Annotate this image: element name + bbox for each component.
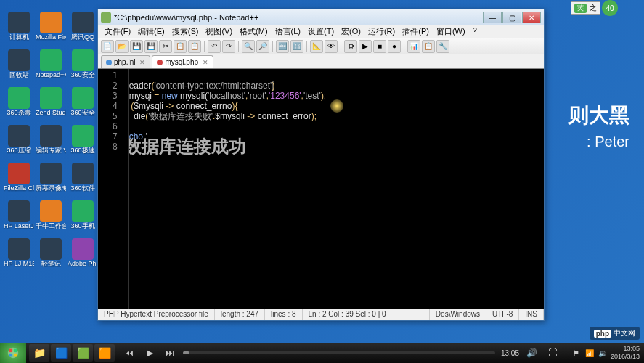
toolbar-button[interactable]: 🔡 <box>290 40 303 53</box>
app-icon <box>40 87 62 109</box>
menu-item[interactable]: 语言(L) <box>272 25 304 38</box>
statusbar: PHP Hypertext Preprocessor file length :… <box>98 309 544 320</box>
maximize-button[interactable]: ▢ <box>502 12 521 23</box>
menu-item[interactable]: 窗口(W) <box>433 25 469 38</box>
toolbar-button[interactable]: 📂 <box>115 40 129 53</box>
desktop-icon[interactable]: Zend Studio 10.0.0 <box>36 81 65 116</box>
tray-network-icon[interactable]: 📶 <box>584 348 595 358</box>
toolbar-button[interactable]: 📐 <box>310 40 323 53</box>
toolbar-button[interactable]: 🔎 <box>256 40 269 53</box>
tray-flag-icon[interactable]: ⚑ <box>571 348 582 358</box>
start-button[interactable] <box>0 343 26 363</box>
desktop-icon[interactable]: 千牛工作台 <box>36 195 65 229</box>
menu-item[interactable]: 设置(T) <box>304 25 338 38</box>
toolbar-button[interactable]: ↶ <box>208 40 221 53</box>
icon-label: 360手机 <box>70 222 94 229</box>
desktop-icon[interactable]: 360安全 <box>68 44 97 78</box>
icon-label: 360软件 <box>70 184 94 192</box>
toolbar-button[interactable]: 👁 <box>325 40 338 53</box>
desktop-icon[interactable]: Adobe Photosh... <box>68 232 97 267</box>
toolbar-button[interactable]: 📋 <box>422 40 435 53</box>
toolbar-button[interactable]: ● <box>388 40 401 53</box>
desktop-icon[interactable]: 编辑专家 V2015 <box>36 119 65 154</box>
desktop-icon[interactable]: 360压缩 <box>4 119 33 154</box>
desktop-icon[interactable]: 计算机 <box>4 6 33 41</box>
titlebar[interactable]: *C:\phpedu\www\mysql.php - Notepad++ — ▢… <box>98 9 544 25</box>
taskbar-app-icon[interactable]: 🟦 <box>51 344 71 362</box>
toolbar-button[interactable]: ↷ <box>222 40 235 53</box>
menu-item[interactable]: 编辑(E) <box>134 25 168 38</box>
desktop-icon[interactable]: 360安全 <box>68 81 97 116</box>
close-button[interactable]: ✕ <box>522 12 541 23</box>
taskbar-app2-icon[interactable]: 🟩 <box>73 344 93 362</box>
desktop-icon[interactable]: 屏幕录像专家 V2015 <box>36 157 65 192</box>
tab-close-icon[interactable]: ✕ <box>139 59 145 66</box>
desktop-icon[interactable]: FileZilla Client <box>4 157 33 192</box>
taskbar-app3-icon[interactable]: 🟧 <box>94 344 115 362</box>
menu-item[interactable]: 搜索(S) <box>168 25 203 38</box>
toolbar-button[interactable]: 💾 <box>130 40 143 53</box>
menu-item[interactable]: 插件(P) <box>399 25 433 38</box>
app-icon <box>72 238 94 260</box>
menu-item[interactable]: 宏(O) <box>338 25 364 38</box>
toolbar-button[interactable]: 🔤 <box>276 40 289 53</box>
toolbar-button[interactable]: 📄 <box>101 40 114 53</box>
menu-item[interactable]: 文件(F) <box>101 25 134 38</box>
desktop-icon[interactable]: 回收站 <box>4 44 33 78</box>
menu-item[interactable]: ? <box>469 25 481 38</box>
toolbar-button[interactable]: 📋 <box>174 40 187 53</box>
desktop-icon[interactable]: 360手机 <box>68 195 97 229</box>
notification-badge[interactable]: 40 <box>602 0 618 16</box>
progress-bar[interactable] <box>183 351 495 354</box>
ime-toolbar[interactable]: 英 之 <box>571 1 600 15</box>
play-button[interactable]: ▶ <box>142 346 157 360</box>
app-icon <box>40 200 62 222</box>
volume-icon[interactable]: 🔊 <box>525 346 539 360</box>
line-number: 1 <box>98 70 118 81</box>
toolbar-button[interactable]: 📊 <box>407 40 420 53</box>
desktop-icon[interactable]: Mozilla Firefox <box>36 6 65 41</box>
toolbar-button[interactable]: ✂ <box>159 40 172 53</box>
desktop-icon[interactable]: 轻笔记 <box>36 232 65 267</box>
fullscreen-icon[interactable]: ⛶ <box>545 346 560 360</box>
toolbar-button[interactable]: ⚙ <box>344 40 357 53</box>
toolbar-button[interactable]: 💾 <box>144 40 158 53</box>
toolbar-button[interactable]: 📋 <box>188 40 201 53</box>
desktop-icon[interactable]: HP LJ M1530 Scan <box>4 232 33 267</box>
taskbar-explorer-icon[interactable]: 📁 <box>29 344 49 362</box>
desktop-icon[interactable]: HP LaserJet Profession... <box>4 195 33 229</box>
clock[interactable]: 13:05 2016/3/13 <box>611 345 640 361</box>
code-content[interactable]: header('content-type:text/html;charset')… <box>121 69 544 309</box>
tab-close-icon[interactable]: ✕ <box>203 59 208 66</box>
toolbar-button[interactable]: ▶ <box>359 40 372 53</box>
toolbar-button[interactable]: 🔍 <box>242 40 255 53</box>
toolbar-button[interactable]: ■ <box>373 40 386 53</box>
menu-item[interactable]: 格式(M) <box>236 25 272 38</box>
desktop-icon[interactable]: 360极速 <box>68 119 97 154</box>
desktop-icon[interactable]: 腾讯QQ <box>68 6 97 41</box>
file-tab[interactable]: mysql.php✕ <box>152 55 213 68</box>
menu-item[interactable]: 运行(R) <box>364 25 399 38</box>
tab-bar: php.ini✕mysql.php✕ <box>98 54 544 69</box>
app-icon <box>8 87 30 109</box>
prev-button[interactable]: ⏮ <box>122 346 136 360</box>
app-icon <box>72 12 94 33</box>
progress-fill <box>183 351 189 354</box>
menu-item[interactable]: 视图(V) <box>202 25 236 38</box>
desktop-icon[interactable]: 360软件 <box>68 157 97 192</box>
ime-lang-badge[interactable]: 英 <box>574 4 587 13</box>
desktop-icon[interactable]: Notepad++ <box>36 44 65 78</box>
file-tab[interactable]: php.ini✕ <box>101 55 150 68</box>
desktop-icon[interactable]: 360杀毒 <box>4 81 33 116</box>
tray-sound-icon[interactable]: 🔉 <box>598 348 608 358</box>
next-button[interactable]: ⏭ <box>163 346 177 360</box>
status-lang: PHP Hypertext Preprocessor file <box>98 309 215 320</box>
line-number: 2 <box>98 81 118 91</box>
wallpaper-text: 则大黑 : Peter <box>568 102 629 150</box>
minimize-button[interactable]: — <box>483 12 502 23</box>
toolbar-button[interactable]: 🔧 <box>436 40 449 53</box>
editor-area[interactable]: 12345678 header('content-type:text/html;… <box>98 69 544 309</box>
wallpaper-line1: 则大黑 <box>568 102 629 129</box>
svg-rect-2 <box>14 349 17 353</box>
app-icon <box>72 125 94 147</box>
